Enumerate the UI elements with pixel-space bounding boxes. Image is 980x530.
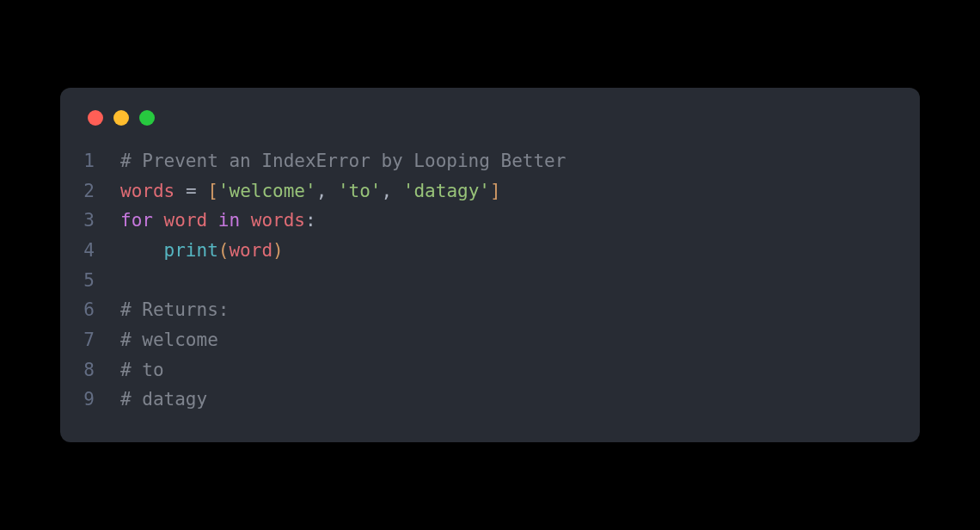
code-content: # datagy bbox=[120, 385, 207, 415]
code-line: 6# Returns: bbox=[60, 295, 920, 325]
code-line: 3for word in words: bbox=[60, 206, 920, 236]
token: words bbox=[120, 181, 175, 201]
token: word bbox=[164, 210, 208, 231]
token: # welcome bbox=[120, 330, 218, 350]
code-editor[interactable]: 1# Prevent an IndexError by Looping Bett… bbox=[60, 146, 920, 415]
code-content: print(word) bbox=[120, 236, 284, 266]
token bbox=[120, 240, 164, 261]
code-content: # Prevent an IndexError by Looping Bette… bbox=[120, 146, 566, 176]
token: 'datagy' bbox=[403, 181, 490, 201]
line-number: 7 bbox=[60, 325, 120, 355]
line-number: 2 bbox=[60, 176, 120, 206]
token: 'welcome' bbox=[218, 181, 316, 201]
token: for bbox=[120, 210, 153, 231]
line-number: 3 bbox=[60, 206, 120, 236]
code-window: 1# Prevent an IndexError by Looping Bett… bbox=[60, 88, 920, 442]
line-number: 6 bbox=[60, 295, 120, 325]
token: : bbox=[305, 210, 316, 231]
token: , bbox=[382, 181, 403, 201]
token: ( bbox=[218, 240, 230, 261]
line-number: 5 bbox=[60, 266, 120, 296]
line-number: 4 bbox=[60, 236, 120, 266]
code-content: # Returns: bbox=[120, 295, 229, 325]
maximize-icon[interactable] bbox=[139, 110, 155, 126]
line-number: 8 bbox=[60, 355, 120, 385]
code-line: 5 bbox=[60, 266, 920, 296]
token: = bbox=[186, 181, 197, 201]
code-line: 4 print(word) bbox=[60, 236, 920, 266]
minimize-icon[interactable] bbox=[113, 110, 129, 126]
token: # Prevent an IndexError by Looping Bette… bbox=[120, 151, 566, 171]
token: , bbox=[316, 181, 338, 201]
token: ] bbox=[490, 181, 501, 201]
token: in bbox=[218, 210, 240, 231]
token bbox=[240, 210, 251, 231]
code-content: for word in words: bbox=[120, 206, 316, 236]
token bbox=[153, 210, 164, 231]
code-line: 9# datagy bbox=[60, 385, 920, 415]
token: print bbox=[164, 240, 218, 261]
line-number: 1 bbox=[60, 146, 120, 176]
code-content: words = ['welcome', 'to', 'datagy'] bbox=[120, 176, 501, 206]
token: 'to' bbox=[338, 181, 382, 201]
token: # to bbox=[120, 360, 164, 380]
token bbox=[197, 181, 208, 201]
token bbox=[175, 181, 186, 201]
token: # Returns: bbox=[120, 299, 229, 320]
token: # datagy bbox=[120, 389, 207, 410]
code-line: 2words = ['welcome', 'to', 'datagy'] bbox=[60, 176, 920, 206]
code-content: # to bbox=[120, 355, 164, 385]
close-icon[interactable] bbox=[88, 110, 103, 126]
code-line: 1# Prevent an IndexError by Looping Bett… bbox=[60, 146, 920, 176]
window-titlebar bbox=[60, 110, 920, 146]
token: ) bbox=[273, 240, 284, 261]
token: words bbox=[251, 210, 305, 231]
token: word bbox=[229, 240, 273, 261]
token bbox=[207, 210, 218, 231]
code-content: # welcome bbox=[120, 325, 218, 355]
line-number: 9 bbox=[60, 385, 120, 415]
code-line: 7# welcome bbox=[60, 325, 920, 355]
token: [ bbox=[207, 181, 218, 201]
code-content bbox=[120, 266, 132, 296]
code-line: 8# to bbox=[60, 355, 920, 385]
